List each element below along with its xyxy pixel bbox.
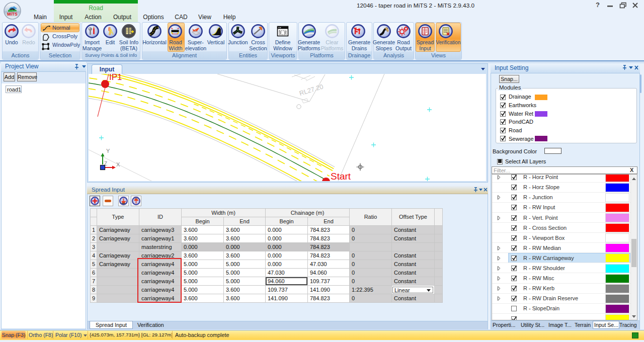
svg-text:Start: Start bbox=[331, 171, 351, 181]
svg-text:X: X bbox=[116, 161, 120, 167]
svg-text:Y: Y bbox=[106, 148, 110, 154]
svg-text:MiTS: MiTS bbox=[7, 12, 18, 17]
svg-text:IP1: IP1 bbox=[109, 74, 122, 82]
